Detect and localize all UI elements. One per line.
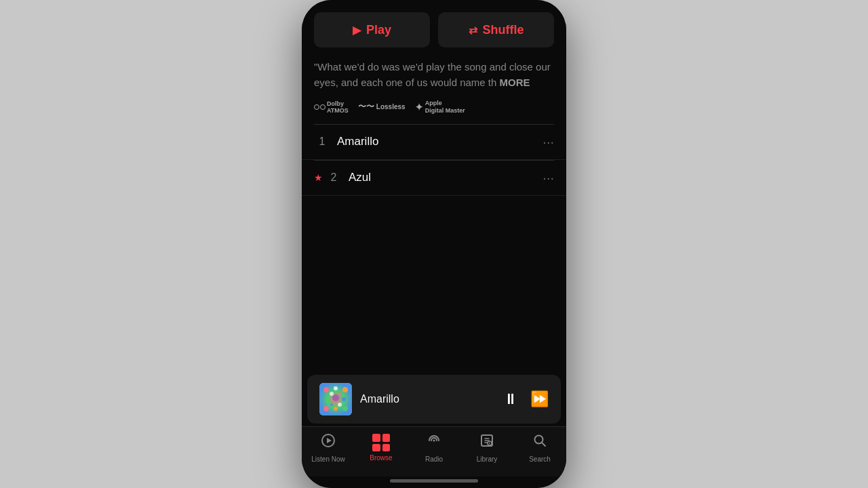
more-button[interactable]: MORE <box>500 77 530 88</box>
svg-point-3 <box>342 387 348 392</box>
lossless-wave-icon: 〜〜 <box>358 101 374 113</box>
track-more-button[interactable]: ··· <box>542 170 554 186</box>
svg-point-16 <box>433 440 435 442</box>
svg-point-5 <box>332 394 339 401</box>
now-playing-title: Amarillo <box>360 393 495 405</box>
apple-digital-master-badge: ✦ AppleDigital Master <box>415 100 465 115</box>
track-list: 1 Amarillo ··· ★ 2 Azul ··· <box>302 125 566 372</box>
track-number: 2 <box>326 171 342 184</box>
search-icon <box>532 432 548 453</box>
svg-point-9 <box>342 406 348 411</box>
dolby-atmos-badge: DolbyATMOS <box>314 100 349 114</box>
svg-point-2 <box>334 386 338 390</box>
starred-icon: ★ <box>314 172 323 183</box>
play-icon: ▶ <box>353 24 361 37</box>
lossless-text: Lossless <box>376 103 406 110</box>
dolby-circles-icon <box>314 104 326 110</box>
search-label: Search <box>529 455 551 463</box>
now-playing-bar[interactable]: Amarillo ⏸ ⏩ <box>307 375 561 424</box>
browse-label: Browse <box>370 454 392 462</box>
album-artwork <box>319 383 352 415</box>
album-art-svg <box>319 383 352 415</box>
track-number: 1 <box>314 136 330 148</box>
dolby-text: DolbyATMOS <box>327 100 349 114</box>
shuffle-label: Shuffle <box>483 23 524 37</box>
shuffle-icon: ⇄ <box>469 24 477 37</box>
track-more-button[interactable]: ··· <box>542 134 554 150</box>
svg-point-11 <box>338 392 341 395</box>
tab-radio[interactable]: Radio <box>408 432 460 463</box>
track-title[interactable]: Amarillo <box>337 135 542 148</box>
radio-icon <box>426 432 442 453</box>
adm-text: AppleDigital Master <box>425 100 465 115</box>
library-icon <box>479 432 495 453</box>
quote-section: "What we'd do was we'd play the song and… <box>302 57 566 100</box>
svg-point-1 <box>323 387 329 392</box>
screen: ▶ Play ⇄ Shuffle "What we'd do was we'd … <box>302 0 566 488</box>
tab-browse[interactable]: Browse <box>355 434 408 462</box>
svg-point-7 <box>323 406 329 411</box>
tab-library[interactable]: Library <box>460 432 513 463</box>
track-item: 1 Amarillo ··· <box>302 125 566 160</box>
svg-marker-15 <box>327 438 332 443</box>
badges-row: DolbyATMOS 〜〜 Lossless ✦ AppleDigital Ma… <box>302 100 566 124</box>
tab-search[interactable]: Search <box>513 432 566 463</box>
listen-now-icon <box>320 432 336 453</box>
play-button[interactable]: ▶ Play <box>314 12 430 47</box>
play-label: Play <box>366 23 391 37</box>
browse-icon <box>372 434 390 451</box>
adm-icon: ✦ <box>415 102 423 113</box>
shuffle-button[interactable]: ⇄ Shuffle <box>438 12 554 47</box>
svg-point-6 <box>342 397 346 401</box>
track-title[interactable]: Azul <box>349 171 542 184</box>
svg-point-13 <box>338 403 342 407</box>
library-label: Library <box>477 455 498 463</box>
svg-point-10 <box>330 392 334 396</box>
listen-now-label: Listen Now <box>311 455 344 463</box>
radio-label: Radio <box>425 455 443 463</box>
lossless-badge: 〜〜 Lossless <box>358 101 406 113</box>
playback-controls: ⏸ ⏩ <box>503 390 549 408</box>
tab-listen-now[interactable]: Listen Now <box>302 432 355 463</box>
pause-button[interactable]: ⏸ <box>503 390 518 408</box>
top-buttons: ▶ Play ⇄ Shuffle <box>302 0 566 57</box>
svg-point-4 <box>326 397 330 401</box>
album-art-mini <box>319 383 352 415</box>
skip-forward-button[interactable]: ⏩ <box>530 390 549 408</box>
home-indicator <box>390 479 478 483</box>
svg-point-12 <box>330 403 333 406</box>
track-item: ★ 2 Azul ··· <box>302 161 566 196</box>
phone-frame: ▶ Play ⇄ Shuffle "What we'd do was we'd … <box>302 0 566 488</box>
svg-point-8 <box>334 407 338 411</box>
svg-line-20 <box>542 443 545 446</box>
tab-bar: Listen Now Browse <box>302 426 566 476</box>
